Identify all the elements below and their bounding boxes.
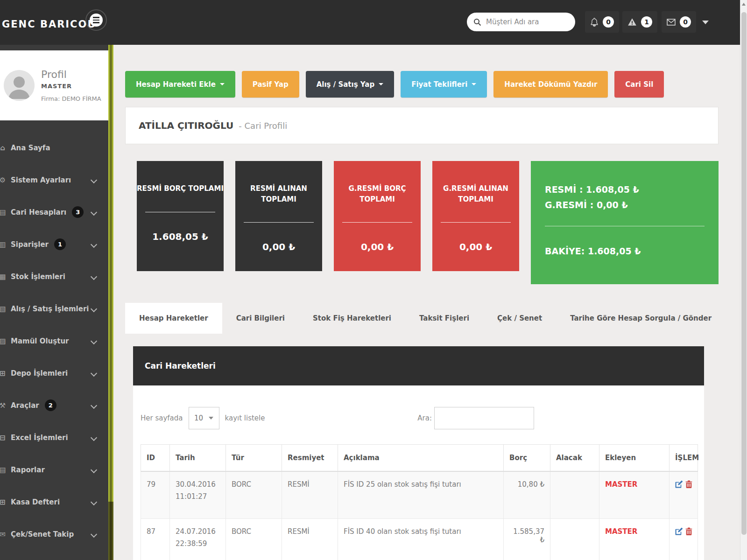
per-page-prefix: Her sayfada [141,414,183,422]
cell-tarih: 24.07.2016 22:38:59 [170,519,226,560]
chevron-down-icon [91,273,97,280]
col-alacak[interactable]: Alacak [550,445,599,472]
col-tur[interactable]: Tür [226,445,282,472]
cari-hareketleri-table: ID Tarih Tür Resmiyet Açıklama Borç Alac… [141,444,698,560]
notifications-button[interactable]: 0 [585,11,619,33]
avatar [4,70,35,101]
tab-taksit-fisleri[interactable]: Taksit Fişleri [405,303,483,334]
tab-cek-senet[interactable]: Çek / Senet [483,303,556,334]
sidebar-item-label: Stok İşlemleri [11,273,65,281]
chevron-down-icon [91,305,97,312]
chevron-down-icon [91,402,97,408]
profile-user: MASTER [41,83,101,90]
delete-icon[interactable] [685,480,692,488]
sidebar-scrollbar-thumb[interactable] [108,45,113,502]
sidebar-item-sistem-ayarlari[interactable]: ⚙ Sistem Ayarları [0,164,108,196]
col-borc[interactable]: Borç [504,445,550,472]
warehouse-icon: ⊞ [0,369,6,378]
alis-satis-yap-button[interactable]: Alış / Satış Yap [306,71,394,98]
search-input[interactable] [485,17,566,27]
sidebar-item-raporlar[interactable]: ▤ Raporlar [0,454,108,486]
sidebar-item-cek-senet-takip[interactable]: ✉ Çek/Senet Takip [0,518,108,550]
sidebar-item-label: Cari Hesapları [11,208,66,217]
tab-cari-bilgileri[interactable]: Cari Bilgileri [222,303,299,334]
chevron-down-icon [91,370,97,376]
col-id[interactable]: ID [141,445,170,472]
sidebar-item-label: Araçlar [11,401,39,410]
sidebar-scrollbar[interactable] [108,45,113,560]
table-row: 79 30.04.2016 11:01:27 BORC RESMİ FİS ID… [141,471,698,519]
panel-title: Cari Hareketleri [145,361,216,371]
balance-bakiye: BAKİYE: 1.608,05 ₺ [545,246,705,256]
cell-aciklama: FİS ID 40 olan stok satış fişi tutarı [338,519,504,560]
tab-hesap-hareketler[interactable]: Hesap Hareketler [125,303,222,334]
per-page-suffix: kayıt listele [225,414,265,422]
delete-icon[interactable] [685,527,692,535]
chevron-down-icon [91,498,97,505]
sidebar-item-araclar[interactable]: ⚒ Araçlar 2 [0,389,108,421]
home-icon: ⌂ [0,144,6,152]
stock-icon: ▦ [0,273,6,281]
sidebar-toggle-button[interactable] [85,9,107,31]
sidebar-item-siparisler[interactable]: ▥ Siparişler 1 [0,228,108,260]
time: 22:38:59 [176,539,220,548]
profile-tabs: Hesap Hareketler Cari Bilgileri Stok Fiş… [125,303,719,334]
user-menu-caret[interactable] [702,21,709,24]
cell-aciklama: FİS ID 25 olan stok satış fişi tutarı [338,471,504,519]
sidebar-item-kasa-defteri[interactable]: ⊞ Kasa Defteri [0,486,108,518]
cell-resmiyet: RESMİ [282,471,338,519]
messages-button[interactable]: 0 [662,11,696,33]
col-tarih[interactable]: Tarih [170,445,226,472]
sidebar-menu: ⌂ Ana Sayfa ⚙ Sistem Ayarları ▤ Cari Hes… [0,132,108,550]
button-label: Alış / Satış Yap [317,80,374,89]
edit-icon[interactable] [675,527,683,535]
sidebar-item-label: Kasa Defteri [11,498,60,506]
page-scrollbar-thumb[interactable] [741,12,747,535]
sidebar-item-label: Ana Sayfa [11,144,50,152]
button-label: Hesap Hareketi Ekle [136,80,216,89]
card-resmi-alinan: RESMİ ALINAN TOPLAMI 0,00 ₺ [235,161,322,271]
per-page-select[interactable]: 10 [189,407,219,429]
cari-sil-button[interactable]: Cari Sil [614,71,664,98]
hesap-hareketi-ekle-button[interactable]: Hesap Hareketi Ekle [125,71,235,98]
profile-card: Profil MASTER Firma: DEMO FİRMA [0,50,108,120]
tab-stok-fis-hareketleri[interactable]: Stok Fiş Hareketleri [299,303,405,334]
card-value: 0,00 ₺ [235,241,322,252]
pasif-yap-button[interactable]: Pasif Yap [242,71,299,98]
scroll-up-arrow-icon[interactable] [742,3,746,6]
tab-tarihe-gore-hesap-sorgula[interactable]: Tarihe Göre Hesap Sorgula / Gönder [556,303,726,334]
fiyat-teklifleri-button[interactable]: Fiyat Teklifleri [401,71,487,98]
page-title-panel: ATİLLA ÇITIROĞLU - Cari Profili [125,107,719,144]
button-label: Hareket Dökümü Yazdır [504,80,597,89]
col-aciklama[interactable]: Açıklama [338,445,504,472]
bell-badge: 0 [603,16,614,28]
edit-icon[interactable] [675,480,683,488]
alerts-button[interactable]: 1 [622,11,657,33]
sidebar-item-depo-islemleri[interactable]: ⊞ Depo İşlemleri [0,357,108,389]
table-row: 87 24.07.2016 22:38:59 BORC RESMİ FİS ID… [141,519,698,560]
sidebar-item-excel-islemleri[interactable]: ⊟ Excel İşlemleri [0,421,108,454]
col-resmiyet[interactable]: Resmiyet [282,445,338,472]
per-page-value: 10 [194,414,203,422]
page-scrollbar[interactable] [740,0,747,560]
balance-card: RESMİ : 1.608,05 ₺ G.RESMİ : 0,00 ₺ BAKİ… [531,161,719,284]
sidebar-item-label: Depo İşlemleri [11,369,68,378]
hareket-dokumu-yazdir-button[interactable]: Hareket Dökümü Yazdır [493,71,608,98]
mail-icon [667,19,676,26]
sidebar-item-stok-islemleri[interactable]: ▦ Stok İşlemleri [0,260,108,293]
panel-header: Cari Hareketleri [133,346,704,385]
search-icon [473,18,481,26]
page-subtitle: - Cari Profili [239,121,287,131]
sidebar-item-label: Çek/Senet Takip [11,530,74,539]
product-icon: ▨ [0,337,6,345]
table-search-input[interactable] [434,407,534,429]
sidebar-item-cari-hesaplari[interactable]: ▤ Cari Hesapları 3 [0,196,108,228]
sidebar-item-ana-sayfa[interactable]: ⌂ Ana Sayfa [0,132,108,164]
card-gresmi-borc: G.RESMİ BORÇ TOPLAMI 0,00 ₺ [334,161,421,271]
bell-icon [590,18,599,27]
cell-ekleyen: MASTER [599,471,669,519]
sidebar-item-alis-satis-islemleri[interactable]: ▧ Alış / Satış İşlemleri [0,293,108,325]
card-value: 1.608,05 ₺ [137,231,224,242]
col-ekleyen[interactable]: Ekleyen [599,445,669,472]
sidebar-item-mamul-olustur[interactable]: ▨ Mamül Oluştur [0,325,108,357]
